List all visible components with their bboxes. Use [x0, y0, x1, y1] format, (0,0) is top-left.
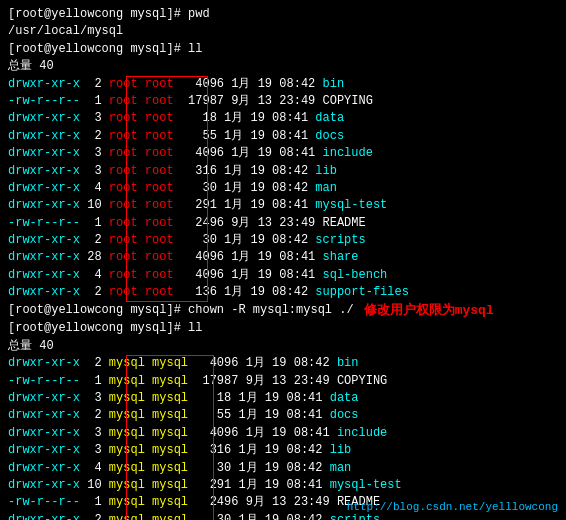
- file-row: drwxr-xr-x 2 root root 30 1月 19 08:42 sc…: [8, 232, 558, 249]
- prompt-2: [root@yellowcong mysql]#: [8, 41, 188, 58]
- total-1: 总量 40: [8, 58, 558, 75]
- file-row: drwxr-xr-x 3 root root 18 1月 19 08:41 da…: [8, 110, 558, 127]
- cmd-ll2: [root@yellowcong mysql]# ll: [8, 320, 558, 337]
- total-2: 总量 40: [8, 338, 558, 355]
- cmd-ll1: [root@yellowcong mysql]# ll: [8, 41, 558, 58]
- file-row: drwxr-xr-x 3 root root 4096 1月 19 08:41 …: [8, 145, 558, 162]
- annotation-text: 修改用户权限为mysql: [364, 302, 494, 321]
- prompt-1: [root@yellowcong mysql]#: [8, 6, 188, 23]
- file-row: drwxr-xr-x 2 mysql mysql 55 1月 19 08:41 …: [8, 407, 558, 424]
- cmd-chown: [root@yellowcong mysql]# chown -R mysql:…: [8, 302, 558, 321]
- output-pwd: /usr/local/mysql: [8, 23, 558, 40]
- file-row: drwxr-xr-x 3 root root 316 1月 19 08:42 l…: [8, 163, 558, 180]
- file-row: drwxr-xr-x 10 root root 291 1月 19 08:41 …: [8, 197, 558, 214]
- file-row: drwxr-xr-x 4 mysql mysql 30 1月 19 08:42 …: [8, 460, 558, 477]
- file-row: drwxr-xr-x 2 mysql mysql 4096 1月 19 08:4…: [8, 355, 558, 372]
- prompt-4: [root@yellowcong mysql]#: [8, 320, 188, 337]
- file-row: drwxr-xr-x 3 mysql mysql 316 1月 19 08:42…: [8, 442, 558, 459]
- file-row: drwxr-xr-x 4 root root 30 1月 19 08:42 ma…: [8, 180, 558, 197]
- prompt-3: [root@yellowcong mysql]#: [8, 302, 188, 321]
- cmd-pwd: [root@yellowcong mysql]# pwd: [8, 6, 558, 23]
- file-row: drwxr-xr-x 28 root root 4096 1月 19 08:41…: [8, 249, 558, 266]
- file-row: drwxr-xr-x 2 root root 55 1月 19 08:41 do…: [8, 128, 558, 145]
- file-row: drwxr-xr-x 3 mysql mysql 4096 1月 19 08:4…: [8, 425, 558, 442]
- file-row: drwxr-xr-x 10 mysql mysql 291 1月 19 08:4…: [8, 477, 558, 494]
- file-row: drwxr-xr-x 4 root root 4096 1月 19 08:41 …: [8, 267, 558, 284]
- file-row: drwxr-xr-x 3 mysql mysql 18 1月 19 08:41 …: [8, 390, 558, 407]
- watermark: http://blog.csdn.net/yelllowcong: [347, 499, 558, 516]
- file-row: drwxr-xr-x 2 root root 4096 1月 19 08:42 …: [8, 76, 558, 93]
- terminal: [root@yellowcong mysql]# pwd /usr/local/…: [0, 0, 566, 520]
- mysql-file-listing: drwxr-xr-x 2 mysql mysql 4096 1月 19 08:4…: [8, 355, 558, 520]
- file-row: -rw-r--r-- 1 mysql mysql 17987 9月 13 23:…: [8, 373, 558, 390]
- file-row: -rw-r--r-- 1 root root 2496 9月 13 23:49 …: [8, 215, 558, 232]
- file-row: -rw-r--r-- 1 root root 17987 9月 13 23:49…: [8, 93, 558, 110]
- root-file-listing: drwxr-xr-x 2 root root 4096 1月 19 08:42 …: [8, 76, 558, 302]
- file-row: drwxr-xr-x 2 root root 136 1月 19 08:42 s…: [8, 284, 558, 301]
